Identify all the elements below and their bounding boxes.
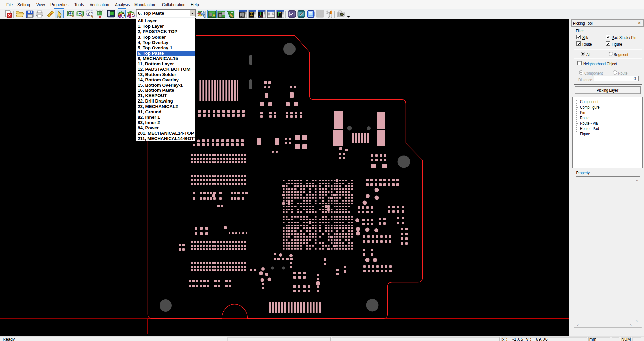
svg-text:P: P: [130, 12, 135, 18]
svg-text:A: A: [121, 13, 125, 18]
